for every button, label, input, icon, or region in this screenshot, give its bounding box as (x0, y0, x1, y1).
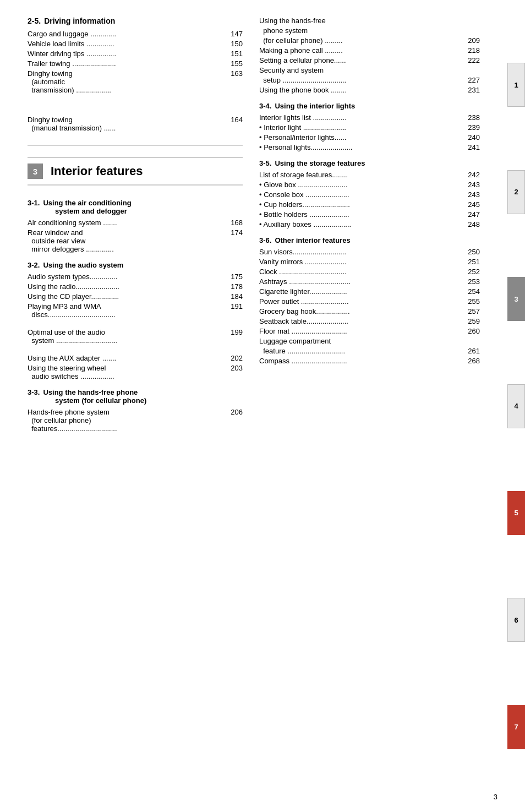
toc-label: Interior lights list ................. (259, 113, 461, 122)
toc-page: 257 (461, 307, 480, 315)
toc-row: Hands-free phone system (for cellular ph… (28, 408, 243, 433)
toc-row: Vanity mirrors ..................... 251 (259, 258, 480, 266)
toc-label: Rear window and outside rear view mirror… (28, 228, 223, 253)
main-content: 2-5. Driving information Cargo and lugga… (0, 0, 507, 812)
tab-1-label: 1 (514, 81, 518, 89)
toc-page: 155 (223, 59, 243, 68)
toc-page: 199 (223, 328, 243, 345)
toc-row: • Cup holders........................ 24… (259, 200, 480, 209)
section-2-5-title: Driving information (44, 17, 115, 25)
toc-label: Security and system (259, 66, 461, 74)
toc-label: • Cup holders........................ (259, 200, 461, 209)
toc-label: • Bottle holders .................... (259, 210, 461, 219)
toc-row: setup ................................ 2… (259, 76, 480, 84)
toc-row: Cigarette lighter................... 254 (259, 287, 480, 296)
toc-page: 240 (461, 133, 480, 141)
toc-page: 191 (223, 302, 243, 319)
chapter-num: 3 (33, 167, 37, 176)
toc-label: Grocery bag hook................. (259, 307, 461, 315)
toc-page: 250 (461, 248, 480, 256)
toc-row: Air conditioning system ....... 168 (28, 219, 243, 227)
toc-label: Compass ............................ (259, 357, 461, 365)
toc-page: 175 (223, 273, 243, 281)
section-3-4-num: 3-4. (259, 102, 271, 110)
toc-page (461, 17, 480, 25)
toc-row: • Glove box ......................... 24… (259, 181, 480, 189)
tab-4-label: 4 (514, 402, 518, 410)
toc-page: 242 (461, 171, 480, 179)
tab-bar: 1 2 3 4 5 6 7 (507, 0, 525, 812)
toc-row: phone system (259, 26, 480, 35)
left-column: 2-5. Driving information Cargo and lugga… (28, 17, 254, 790)
toc-row: • Auxiliary boxes ................... 24… (259, 220, 480, 228)
section-3-1-title: Using the air conditioning system and de… (43, 199, 131, 215)
section-3-6-num: 3-6. (259, 236, 271, 244)
toc-label: Ashtrays ............................... (259, 277, 461, 286)
toc-label: Luggage compartment (259, 337, 461, 345)
toc-label: Vanity mirrors ..................... (259, 258, 461, 266)
tab-3[interactable]: 3 (507, 277, 525, 321)
toc-label: List of storage features........ (259, 171, 461, 179)
toc-page: 227 (461, 76, 480, 84)
toc-row: Seatback table..................... 259 (259, 317, 480, 325)
toc-page: 218 (461, 46, 480, 55)
chapter-title: Interior features (51, 164, 143, 178)
toc-row: Winter driving tips ............... 151 (28, 50, 243, 58)
tab-7[interactable]: 7 (507, 705, 525, 749)
toc-page: 253 (461, 277, 480, 286)
toc-label: Using the CD player.............. (28, 292, 223, 301)
toc-page: 202 (223, 354, 243, 362)
toc-page: 163 (223, 69, 243, 94)
toc-page: 245 (461, 200, 480, 209)
section-2-5-num: 2-5. (28, 17, 41, 25)
toc-page: 268 (461, 357, 480, 365)
toc-label: • Console box ...................... (259, 190, 461, 199)
toc-row: Rear window and outside rear view mirror… (28, 228, 243, 253)
tab-7-label: 7 (514, 723, 518, 731)
toc-label: Floor mat ............................ (259, 327, 461, 335)
section-3-5-title: Using the storage features (275, 159, 365, 167)
toc-page: 184 (223, 292, 243, 301)
tab-1[interactable]: 1 (507, 63, 525, 107)
toc-page: 243 (461, 190, 480, 199)
toc-page: 222 (461, 56, 480, 64)
toc-page: 147 (223, 30, 243, 38)
tab-5[interactable]: 5 (507, 491, 525, 535)
toc-page: 203 (223, 364, 243, 380)
toc-page (461, 66, 480, 74)
toc-row: Trailer towing ...................... 15… (28, 59, 243, 68)
toc-page: 260 (461, 327, 480, 335)
section-3-3: 3-3. Using the hands-free phone system (… (28, 388, 243, 433)
toc-page: 231 (461, 86, 480, 94)
toc-page: 252 (461, 268, 480, 276)
toc-row: Using the CD player.............. 184 (28, 292, 243, 301)
tab-2[interactable]: 2 (507, 170, 525, 214)
toc-label: Power outlet ........................ (259, 297, 461, 306)
toc-row: Audio system types.............. 175 (28, 273, 243, 281)
section-3-5-num: 3-5. (259, 159, 271, 167)
chapter-banner: 3 Interior features (28, 157, 243, 186)
toc-row: Optimal use of the audio system ........… (28, 328, 243, 345)
page-number-footer: 3 (494, 793, 497, 801)
toc-page: 247 (461, 210, 480, 219)
tab-4[interactable]: 4 (507, 384, 525, 428)
toc-row: Using the steering wheel audio switches … (28, 364, 243, 380)
chapter-num-box: 3 (28, 164, 43, 179)
toc-row: Using the phone book ........ 231 (259, 86, 480, 94)
toc-label: Making a phone call ......... (259, 46, 461, 55)
section-3-1-num: 3-1. (28, 199, 40, 207)
toc-row: Clock ..................................… (259, 268, 480, 276)
tab-6-label: 6 (514, 616, 518, 624)
toc-label: Dinghy towing (automatic transmission) .… (28, 69, 223, 94)
tab-6[interactable]: 6 (507, 598, 525, 642)
toc-row: Cargo and luggage ............. 147 (28, 30, 243, 38)
divider (28, 145, 243, 146)
toc-page: 254 (461, 287, 480, 296)
toc-label: feature ............................. (259, 347, 461, 355)
toc-row: Ashtrays ...............................… (259, 277, 480, 286)
toc-row: • Console box ...................... 243 (259, 190, 480, 199)
toc-row: Sun visors........................... 25… (259, 248, 480, 256)
section-3-2-title: Using the audio system (43, 261, 123, 269)
toc-label: Cigarette lighter................... (259, 287, 461, 296)
section-3-3-num: 3-3. (28, 388, 40, 396)
